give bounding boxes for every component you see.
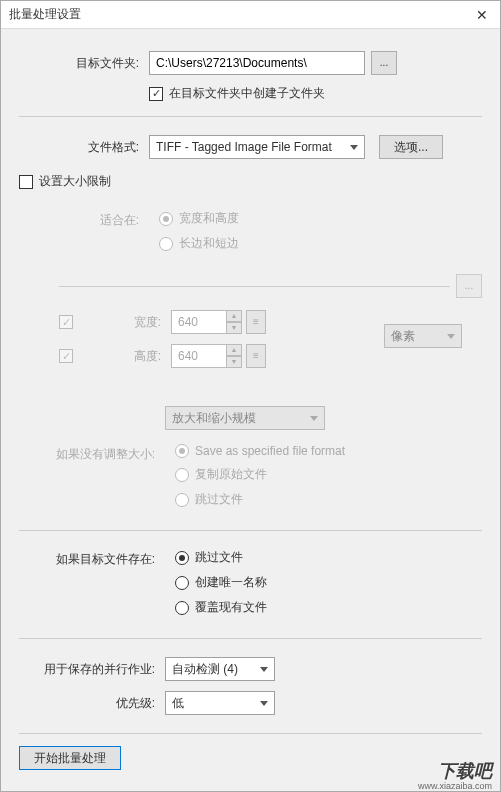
parallel-jobs-select[interactable]: 自动检测 (4) — [165, 657, 275, 681]
target-exists-row: 如果目标文件存在: 跳过文件 创建唯一名称 覆盖现有文件 — [19, 549, 482, 624]
no-resize-opt1-label: Save as specified file format — [195, 444, 345, 458]
divider-3 — [19, 638, 482, 639]
create-subfolder-row: 在目标文件夹中创建子文件夹 — [149, 85, 482, 102]
no-resize-opt3-row: 跳过文件 — [175, 491, 345, 508]
fit-opt2-radio — [159, 237, 173, 251]
fit-label: 适合在: — [59, 210, 139, 229]
fit-opt2-label: 长边和短边 — [179, 235, 239, 252]
no-resize-label: 如果没有调整大小: — [19, 444, 155, 463]
scale-mode-select: 放大和缩小规模 — [165, 406, 325, 430]
priority-row: 优先级: 低 — [19, 691, 482, 715]
create-subfolder-label: 在目标文件夹中创建子文件夹 — [169, 85, 325, 102]
no-resize-opt2-label: 复制原始文件 — [195, 466, 267, 483]
no-resize-opt2-row: 复制原始文件 — [175, 466, 345, 483]
no-resize-opt2-radio — [175, 468, 189, 482]
fit-opt1-row: 宽度和高度 — [159, 210, 239, 227]
width-input: 640 — [171, 310, 227, 334]
height-checkbox — [59, 349, 73, 363]
target-folder-input[interactable] — [149, 51, 365, 75]
preset-divider-row: ... — [59, 274, 482, 298]
no-resize-opt1-radio — [175, 444, 189, 458]
priority-label: 优先级: — [19, 695, 155, 712]
unit-select: 像素 — [384, 324, 462, 348]
no-resize-opt1-row: Save as specified file format — [175, 444, 345, 458]
dimensions-left: 宽度: 640 ▲▼ ≡ 高度: 640 ▲▼ ≡ — [19, 310, 384, 378]
target-exists-opt1-radio[interactable] — [175, 551, 189, 565]
no-resize-opt3-label: 跳过文件 — [195, 491, 243, 508]
content-area: 目标文件夹: ... 在目标文件夹中创建子文件夹 文件格式: TIFF - Ta… — [1, 29, 500, 788]
target-folder-label: 目标文件夹: — [19, 55, 139, 72]
width-row: 宽度: 640 ▲▼ ≡ — [19, 310, 384, 334]
spin-up-icon: ▲ — [226, 310, 242, 322]
preset-divider — [59, 286, 450, 287]
no-resize-radio-group: Save as specified file format 复制原始文件 跳过文… — [175, 444, 345, 516]
height-spinner: ▲▼ — [226, 344, 242, 368]
height-input-wrap: 640 ▲▼ ≡ — [171, 344, 266, 368]
target-exists-opt2-row: 创建唯一名称 — [175, 574, 267, 591]
height-input: 640 — [171, 344, 227, 368]
fit-opt1-radio — [159, 212, 173, 226]
target-exists-opt3-radio[interactable] — [175, 601, 189, 615]
close-icon[interactable]: ✕ — [472, 7, 492, 23]
target-exists-opt2-label: 创建唯一名称 — [195, 574, 267, 591]
no-resize-row: 如果没有调整大小: Save as specified file format … — [19, 444, 482, 516]
parallel-jobs-label: 用于保存的并行作业: — [19, 661, 155, 678]
fit-row: 适合在: 宽度和高度 长边和短边 — [19, 210, 482, 260]
dialog-window: 批量处理设置 ✕ 目标文件夹: ... 在目标文件夹中创建子文件夹 文件格式: … — [0, 0, 501, 792]
scale-mode-row: 放大和缩小规模 — [165, 406, 482, 430]
priority-select[interactable]: 低 — [165, 691, 275, 715]
fit-opt1-label: 宽度和高度 — [179, 210, 239, 227]
size-limit-label: 设置大小限制 — [39, 173, 111, 190]
width-lock-button: ≡ — [246, 310, 266, 334]
width-spinner: ▲▼ — [226, 310, 242, 334]
target-folder-row: 目标文件夹: ... — [19, 51, 482, 75]
file-format-label: 文件格式: — [19, 139, 139, 156]
dimensions-block: 宽度: 640 ▲▼ ≡ 高度: 640 ▲▼ ≡ — [19, 310, 482, 378]
target-exists-opt1-row: 跳过文件 — [175, 549, 267, 566]
start-batch-button[interactable]: 开始批量处理 — [19, 746, 121, 770]
size-limit-row: 设置大小限制 — [19, 173, 482, 190]
width-input-wrap: 640 ▲▼ ≡ — [171, 310, 266, 334]
no-resize-opt3-radio — [175, 493, 189, 507]
target-exists-opt1-label: 跳过文件 — [195, 549, 243, 566]
height-row: 高度: 640 ▲▼ ≡ — [19, 344, 384, 368]
target-exists-opt3-label: 覆盖现有文件 — [195, 599, 267, 616]
divider-2 — [19, 530, 482, 531]
fit-radio-group: 宽度和高度 长边和短边 — [159, 210, 239, 260]
titlebar: 批量处理设置 ✕ — [1, 1, 500, 29]
browse-folder-button[interactable]: ... — [371, 51, 397, 75]
preset-browse-button: ... — [456, 274, 482, 298]
spin-down-icon: ▼ — [226, 322, 242, 334]
divider-1 — [19, 116, 482, 117]
target-exists-radio-group: 跳过文件 创建唯一名称 覆盖现有文件 — [175, 549, 267, 624]
size-limit-checkbox[interactable] — [19, 175, 33, 189]
width-label: 宽度: — [101, 314, 161, 331]
target-exists-opt3-row: 覆盖现有文件 — [175, 599, 267, 616]
spin-down-icon: ▼ — [226, 356, 242, 368]
create-subfolder-checkbox[interactable] — [149, 87, 163, 101]
parallel-jobs-row: 用于保存的并行作业: 自动检测 (4) — [19, 657, 482, 681]
target-exists-opt2-radio[interactable] — [175, 576, 189, 590]
fit-opt2-row: 长边和短边 — [159, 235, 239, 252]
target-exists-label: 如果目标文件存在: — [19, 549, 155, 568]
file-format-row: 文件格式: TIFF - Tagged Image File Format 选项… — [19, 135, 482, 159]
height-lock-button: ≡ — [246, 344, 266, 368]
divider-4 — [19, 733, 482, 734]
dimensions-right: 像素 — [384, 310, 482, 348]
height-label: 高度: — [101, 348, 161, 365]
window-title: 批量处理设置 — [9, 6, 81, 23]
file-format-select[interactable]: TIFF - Tagged Image File Format — [149, 135, 365, 159]
format-options-button[interactable]: 选项... — [379, 135, 443, 159]
spin-up-icon: ▲ — [226, 344, 242, 356]
width-checkbox — [59, 315, 73, 329]
